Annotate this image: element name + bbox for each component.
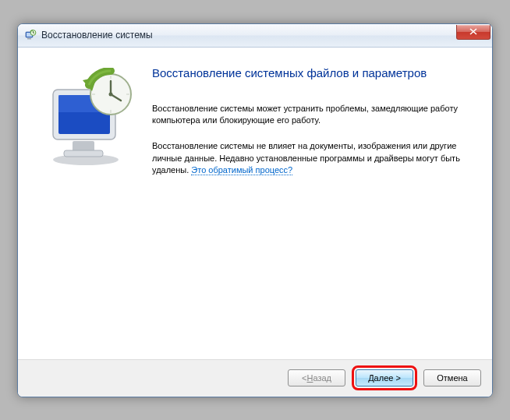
dialog-window: Восстановление системы [17,23,493,397]
page-heading: Восстановление системных файлов и параме… [152,66,476,79]
titlebar[interactable]: Восстановление системы [18,24,492,48]
system-restore-icon [24,29,37,41]
help-link[interactable]: Это обратимый процесс? [191,165,292,175]
close-icon [469,28,477,35]
svg-point-17 [109,92,113,96]
description-paragraph-1: Восстановление системы может устранить п… [152,103,476,127]
cancel-button[interactable]: Отмена [423,369,481,386]
next-button[interactable]: Далее > [356,369,413,386]
back-button: < Назад [288,369,345,386]
wizard-graphic-pane [27,60,152,351]
wizard-footer: < Назад Далее > Отмена [18,359,492,397]
description-paragraph-2: Восстановление системы не влияет на доку… [152,140,476,176]
highlight-annotation: Далее > [352,365,417,390]
wizard-text-pane: Восстановление системных файлов и параме… [152,60,476,351]
window-title: Восстановление системы [41,30,153,41]
content-area: Восстановление системных файлов и параме… [18,48,492,359]
close-button[interactable] [456,25,491,40]
system-restore-illustration [39,68,140,169]
svg-rect-6 [64,150,103,157]
svg-rect-2 [27,38,31,39]
